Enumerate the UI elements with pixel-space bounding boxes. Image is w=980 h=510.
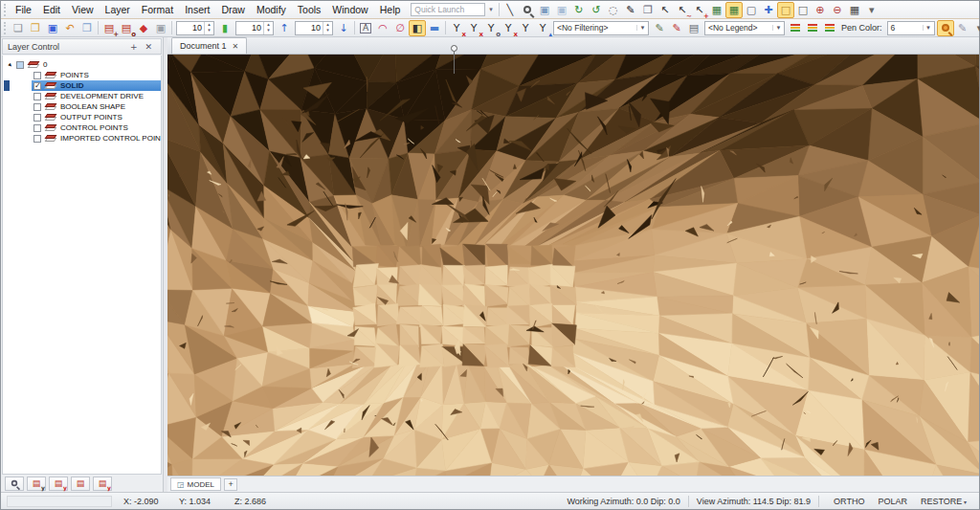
menu-tools[interactable]: Tools [292,1,327,19]
plane-surface-icon[interactable]: ▬ [426,20,443,36]
layer-row-control-points[interactable]: CONTROL POINTS [3,122,161,133]
design-grid-edit-icon[interactable]: ▦ [725,2,743,18]
select-add-icon[interactable]: ↖+ [691,2,708,18]
snap-line-icon[interactable]: Yx [465,20,482,36]
view-rotate-cube-icon[interactable]: ▣ [536,2,553,18]
stepper-down-icon[interactable]: ▾ [205,28,213,34]
open-icon[interactable]: ❒ [27,20,44,36]
move-to-layer-icon[interactable]: ▤y [49,477,68,491]
select-string-icon[interactable]: ↖~ [674,2,691,18]
mode-ortho[interactable]: ORTHO [827,497,871,506]
menu-view[interactable]: View [66,1,100,19]
layer-visibility-checkbox[interactable] [16,61,24,69]
snap-free-icon[interactable]: Yo [482,20,500,36]
stepper-buttons[interactable]: ▴▾ [204,22,213,34]
snap-grid-icon[interactable]: Y_ [517,20,534,36]
layer-visibility-checkbox[interactable] [33,124,41,132]
zoom-select-icon[interactable] [519,2,536,18]
mode-restore[interactable]: RESTORE ▾ [914,497,973,506]
zoom-bar-icon[interactable]: ▮ [216,20,234,36]
close-tab-icon[interactable]: ✕ [233,42,239,51]
menu-insert[interactable]: Insert [179,1,215,19]
layer-row-output-points[interactable]: OUTPUT POINTS [3,112,161,122]
combo-dropdown-icon[interactable]: ▼ [636,25,648,31]
menu-file[interactable]: File [10,1,37,19]
layer-row-solid[interactable]: SOLID [3,80,161,91]
copy-to-layer-icon[interactable]: ▤y [27,477,46,491]
step-down-icon[interactable]: ↓ [335,20,352,36]
section-forward-icon[interactable]: ⊖ [829,2,846,18]
legend-apply-icon[interactable] [804,20,821,36]
tab-model[interactable]: ◲ MODEL [170,477,221,491]
toolbar-options2-icon[interactable]: ▾ [971,20,980,36]
filter-select[interactable]: <No Filtering>▼ [553,21,649,35]
add-space-button[interactable]: + [224,478,237,491]
menu-edit[interactable]: Edit [37,1,66,19]
menu-format[interactable]: Format [136,1,179,19]
undo-icon[interactable]: ↶ [61,20,78,36]
snap-off-icon[interactable]: Yx [500,20,517,36]
filter-layers-icon[interactable]: ▤ [685,20,702,36]
legend-manager-icon[interactable] [821,20,838,36]
pan-step-input[interactable]: 10▴▾ [235,21,274,35]
design-grid-icon[interactable]: ▦ [708,2,725,18]
pick-pen-icon[interactable]: ✎ [954,20,971,36]
digitise-point-icon[interactable]: ▤+ [100,20,118,36]
wireframe-cube-icon[interactable]: ▢ [743,2,760,18]
import-icon[interactable]: ❒ [78,20,96,36]
view-pan-cube-icon[interactable]: ▣ [553,2,570,18]
mode-polar[interactable]: POLAR [871,497,914,506]
draw-pen-icon[interactable]: ✎ [622,2,639,18]
snap-point-icon[interactable]: Yx [448,20,465,36]
layer-visibility-checkbox[interactable] [33,82,41,90]
view-plane-icon[interactable]: □ [777,2,794,18]
digitise-string-icon[interactable]: ▤o [118,20,135,36]
delete-from-layer-icon[interactable]: ▤y [93,477,112,491]
layer-row-boolean-shape[interactable]: BOOLEAN SHAPE [3,101,161,112]
menu-layer[interactable]: Layer [100,1,136,19]
close-panel-icon[interactable]: ✕ [141,42,156,52]
highlight-tool-icon[interactable] [937,20,954,36]
select-arrow-icon[interactable]: ↖ [657,2,674,18]
legend-select[interactable]: <No Legend>▼ [704,21,785,35]
menu-draw[interactable]: Draw [215,1,251,19]
stop-digitise-icon[interactable]: ▣ [152,20,169,36]
clip-plane-icon[interactable]: □ [794,2,812,18]
find-layer-icon[interactable] [5,477,24,491]
edit-layer-icon[interactable]: ▤ [71,477,90,491]
3d-viewport-canvas[interactable] [167,55,979,476]
stepper-down-icon[interactable]: ▾ [323,28,332,34]
toolbar-options-icon[interactable]: ▾ [863,2,880,18]
copy-objects-icon[interactable]: ❐ [639,2,657,18]
stepper-buttons[interactable]: ▴▾ [263,22,273,34]
stepper-down-icon[interactable]: ▾ [264,28,273,34]
line-tool-icon[interactable]: ╲ [501,2,519,18]
menu-help[interactable]: Help [374,1,407,19]
layer-visibility-checkbox[interactable] [33,93,41,100]
menu-modify[interactable]: Modify [251,1,292,19]
text-box-icon[interactable]: A [357,20,374,36]
step-up-icon[interactable]: ↑ [276,20,293,36]
shaded-view-icon[interactable]: ◧ [409,20,426,36]
tab-document-1[interactable]: Document 1 ✕ [171,37,247,54]
pin-panel-icon[interactable]: + [126,42,142,52]
quick-launch-dropdown-icon[interactable]: ▾ [485,6,497,13]
move-origin-icon[interactable]: ◆ [135,20,152,36]
arc-tool-icon[interactable]: ◠ [374,20,391,36]
snap-surface-icon[interactable]: Y▴ [534,20,551,36]
legend-edit-icon[interactable] [787,20,804,36]
advance-step-input[interactable]: 10▴▾ [295,21,333,35]
combo-dropdown-icon[interactable]: ▼ [923,25,934,31]
filter-edit-icon[interactable]: ✎ [651,20,668,36]
combo-dropdown-icon[interactable]: ▼ [772,25,784,31]
restore-dropdown-icon[interactable]: ▾ [962,499,967,505]
filter-apply-icon[interactable]: ✎ [668,20,685,36]
layer-visibility-checkbox[interactable] [33,114,41,122]
layer-visibility-checkbox[interactable] [33,72,41,79]
save-icon[interactable]: ▣ [44,20,61,36]
pen-color-select[interactable]: 6▼ [887,21,935,35]
layer-row-points[interactable]: POINTS [3,70,161,80]
layer-visibility-checkbox[interactable] [33,103,41,111]
new-document-icon[interactable]: ❏ [10,20,27,36]
grid-display-icon[interactable]: ▦ [846,2,863,18]
